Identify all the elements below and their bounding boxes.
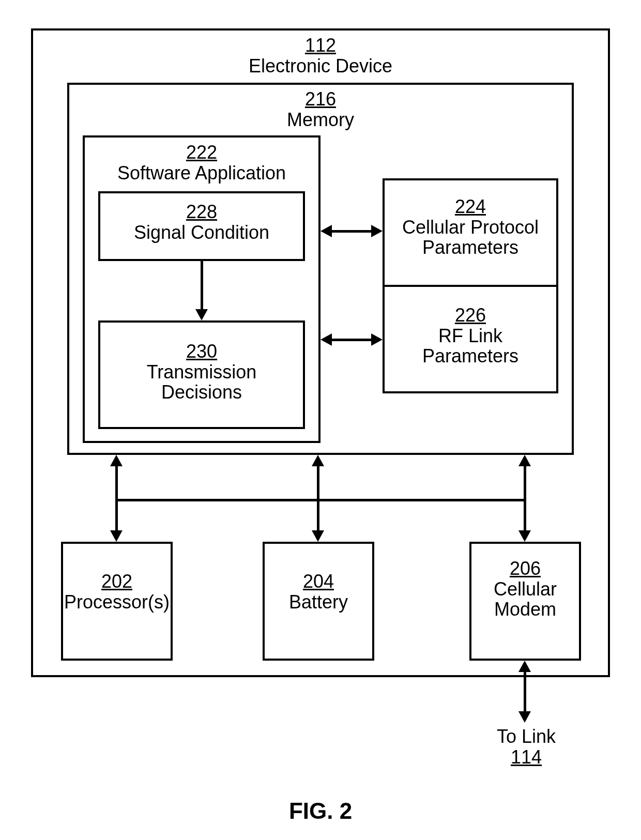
software-application-name: Software Application bbox=[103, 163, 300, 184]
cpp-label: 224 Cellular Protocol Parameters bbox=[383, 196, 558, 258]
signal-condition-name: Signal Condition bbox=[98, 222, 305, 243]
figure-label-text: FIG. 2 bbox=[289, 798, 352, 823]
memory-ref: 216 bbox=[243, 89, 398, 110]
transmission-decisions-label: 230 Transmission Decisions bbox=[98, 341, 305, 403]
arrow-software-rf-head-right bbox=[371, 333, 383, 346]
processor-name: Processor(s) bbox=[61, 592, 173, 613]
diagram-canvas: 112 Electronic Device 216 Memory 222 Sof… bbox=[0, 0, 641, 840]
mem-bus-right bbox=[524, 465, 526, 500]
bus-batt bbox=[317, 499, 319, 531]
bus-proc-head bbox=[110, 530, 123, 542]
bus-modem bbox=[524, 499, 526, 531]
bus-modem-head bbox=[518, 530, 531, 542]
memory-name: Memory bbox=[243, 110, 398, 130]
modem-link-head-down bbox=[518, 711, 531, 723]
battery-name: Battery bbox=[263, 592, 374, 613]
modem-link-line bbox=[524, 671, 526, 712]
electronic-device-name: Electronic Device bbox=[217, 56, 424, 77]
processor-label: 202 Processor(s) bbox=[61, 571, 173, 612]
modem-label: 206 Cellular Modem bbox=[469, 558, 581, 620]
arrow-software-rf-head-left bbox=[320, 333, 332, 346]
cpp-ref: 224 bbox=[383, 196, 558, 217]
bus-proc bbox=[115, 499, 118, 531]
rf-name: RF Link Parameters bbox=[383, 326, 558, 366]
rf-ref: 226 bbox=[383, 305, 558, 326]
link-out-label: To Link 114 bbox=[470, 726, 582, 767]
transmission-decisions-ref: 230 bbox=[98, 341, 305, 362]
arrow-software-rf bbox=[331, 339, 372, 341]
modem-link-head-up bbox=[518, 661, 531, 672]
signal-condition-label: 228 Signal Condition bbox=[98, 202, 305, 242]
bus-batt-head bbox=[312, 530, 324, 542]
mem-bus-mid bbox=[317, 465, 319, 500]
battery-label: 204 Battery bbox=[263, 571, 374, 612]
mem-bus-left-head-up bbox=[110, 455, 123, 466]
cpp-name: Cellular Protocol Parameters bbox=[383, 217, 558, 258]
arrow-software-cpp-head-right bbox=[371, 225, 383, 237]
arrow-software-cpp bbox=[331, 230, 372, 233]
rf-label: 226 RF Link Parameters bbox=[383, 305, 558, 366]
processor-ref: 202 bbox=[61, 571, 173, 592]
memory-label: 216 Memory bbox=[243, 89, 398, 130]
mem-bus-left bbox=[115, 465, 118, 500]
software-application-ref: 222 bbox=[103, 142, 300, 163]
link-out-text: To Link bbox=[470, 726, 582, 747]
modem-name: Cellular Modem bbox=[469, 579, 581, 620]
arrow-signal-to-trans-head bbox=[195, 309, 208, 320]
signal-condition-ref: 228 bbox=[98, 202, 305, 222]
mem-bus-right-head-up bbox=[518, 455, 531, 466]
transmission-decisions-name: Transmission Decisions bbox=[98, 362, 305, 403]
arrow-signal-to-trans bbox=[201, 261, 203, 310]
battery-ref: 204 bbox=[263, 571, 374, 592]
electronic-device-label: 112 Electronic Device bbox=[217, 35, 424, 76]
bus-line bbox=[116, 499, 525, 501]
modem-ref: 206 bbox=[469, 558, 581, 579]
mem-bus-mid-head-up bbox=[312, 455, 324, 466]
link-out-ref: 114 bbox=[470, 747, 582, 768]
software-application-label: 222 Software Application bbox=[103, 142, 300, 183]
arrow-software-cpp-head-left bbox=[320, 225, 332, 237]
electronic-device-ref: 112 bbox=[217, 35, 424, 56]
figure-label: FIG. 2 bbox=[0, 799, 641, 823]
